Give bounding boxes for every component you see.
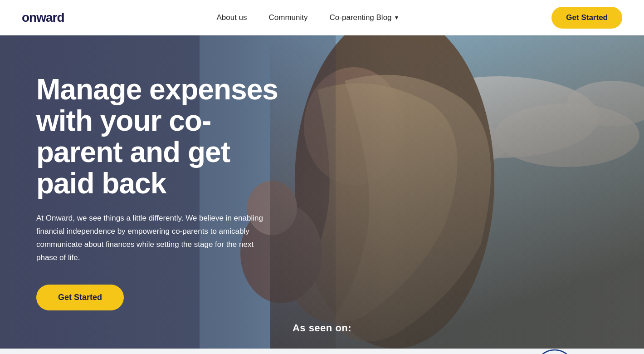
chevron-down-icon: ▼ [394,15,400,21]
nav-links: About us Community Co-parenting Blog ▼ [216,13,399,22]
nav-get-started-button[interactable]: Get Started [551,7,622,29]
logo-visa-badge-container: OVERALL WINNER 2023 WOMEN'S EDITION Visa… [534,349,575,354]
nav-item-community[interactable]: Community [269,13,308,22]
as-seen-on-label: As seen on: [293,322,351,334]
logo-text: onward [22,10,64,25]
logos-bar: FORTUNE TC TechCrunch yahoo ! finance BU… [0,349,644,354]
svg-point-11 [535,350,574,354]
nav-link-community[interactable]: Community [269,13,308,22]
hero-get-started-button[interactable]: Get Started [36,285,124,310]
nav-item-blog[interactable]: Co-parenting Blog ▼ [330,13,400,22]
hero-subtitle: At Onward, we see things a little differ… [36,212,277,265]
nav-link-blog[interactable]: Co-parenting Blog ▼ [330,13,400,22]
hero-section: Manage expenses with your co-parent and … [0,35,644,349]
visa-badge: OVERALL WINNER 2023 WOMEN'S EDITION Visa… [534,349,575,354]
nav-link-about[interactable]: About us [216,13,247,22]
navbar: onward About us Community Co-parenting B… [0,0,644,35]
nav-item-about[interactable]: About us [216,13,247,22]
visa-badge-svg: OVERALL WINNER 2023 WOMEN'S EDITION Visa… [534,349,575,354]
hero-title: Manage expenses with your co-parent and … [36,74,290,199]
hero-content: Manage expenses with your co-parent and … [0,74,327,310]
logo[interactable]: onward [22,10,64,25]
